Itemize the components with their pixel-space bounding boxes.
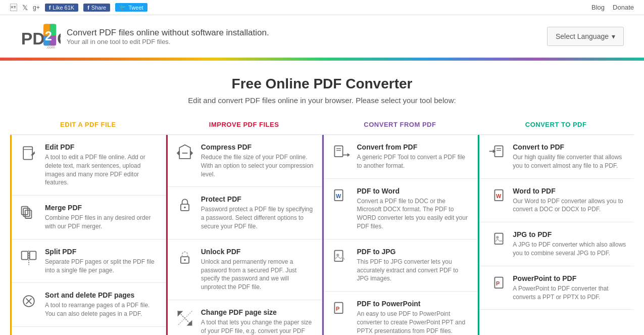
social-links:  𝕏 g+ f Like 61K f Share 🐦 Tweet bbox=[10, 3, 147, 12]
fb-share-label: Share bbox=[91, 5, 106, 11]
tool-desc: Separate PDF pages or split the PDF file… bbox=[45, 258, 159, 275]
tool-desc: This PDF to JPG converter lets you accur… bbox=[357, 258, 471, 283]
tool-icon-resize bbox=[175, 308, 195, 328]
tool-item-improve-1[interactable]: Protect PDFPassword protect a PDF file b… bbox=[168, 187, 322, 239]
tagline: Convert PDF files online without softwar… bbox=[67, 28, 269, 38]
logo-svg: PDF 2 GO .com bbox=[20, 21, 61, 52]
fb-share-icon: f bbox=[87, 5, 89, 11]
tool-name: Compress PDF bbox=[201, 143, 315, 151]
logo[interactable]: PDF 2 GO .com bbox=[20, 21, 61, 52]
tool-info: PDF to WordConvert a PDF file to DOC or … bbox=[357, 187, 471, 231]
tool-name: PDF to JPG bbox=[357, 248, 471, 256]
tool-item-to-3[interactable]: PPowerPoint to PDFA PowerPoint to PDF co… bbox=[479, 266, 634, 310]
tool-desc: Our Word to PDF converter allows you to … bbox=[513, 197, 627, 214]
tool-name: Protect PDF bbox=[201, 195, 315, 203]
tool-info: JPG to PDFA JPG to PDF converter which a… bbox=[513, 230, 627, 258]
tool-item-edit-0[interactable]: Edit PDFA tool to edit a PDF file online… bbox=[12, 135, 166, 196]
fb-like-label: Like 61K bbox=[53, 5, 74, 11]
tool-item-to-0[interactable]: Convert to PDFOur high quality file conv… bbox=[479, 135, 634, 179]
tool-name: Convert from PDF bbox=[357, 143, 471, 151]
page-title: Free Online PDF Converter bbox=[10, 76, 634, 92]
tool-item-edit-3[interactable]: Sort and delete PDF pagesA tool to rearr… bbox=[12, 283, 166, 327]
svg-rect-15 bbox=[22, 251, 28, 259]
tool-item-from-3[interactable]: PPDF to PowerPointAn easy to use PDF to … bbox=[324, 292, 478, 335]
tool-desc: Combine PDF files in any desired order w… bbox=[45, 214, 159, 231]
tw-icon: 🐦 bbox=[119, 4, 126, 11]
tool-info: PowerPoint to PDFA PowerPoint to PDF con… bbox=[513, 274, 627, 302]
cat-header-edit: EDIT A PDF FILE bbox=[10, 117, 166, 134]
svg-marker-24 bbox=[190, 151, 193, 156]
tool-desc: Convert a PDF file to DOC or the Microso… bbox=[357, 197, 471, 231]
tool-icon-pdf-word: W bbox=[331, 187, 351, 207]
tool-icon-unlock bbox=[175, 248, 195, 268]
tool-item-from-2[interactable]: PDF to JPGThis PDF to JPG converter lets… bbox=[324, 240, 478, 292]
tool-item-from-0[interactable]: Convert from PDFA generic PDF Tool to co… bbox=[324, 135, 478, 179]
chevron-down-icon: ▾ bbox=[612, 32, 615, 40]
svg-rect-43 bbox=[495, 146, 503, 157]
svg-point-50 bbox=[496, 236, 499, 238]
svg-marker-36 bbox=[347, 153, 350, 157]
tool-name: PDF to PowerPoint bbox=[357, 300, 471, 308]
tool-info: Edit PDFA tool to edit a PDF file online… bbox=[45, 143, 159, 187]
svg-rect-16 bbox=[30, 251, 36, 259]
page-subtitle: Edit and convert PDF files online in you… bbox=[10, 96, 634, 105]
tool-info: Convert to PDFOur high quality file conv… bbox=[513, 143, 627, 170]
twitter-link[interactable]: 𝕏 bbox=[22, 4, 28, 12]
svg-point-28 bbox=[184, 259, 186, 261]
tool-icon-protect bbox=[175, 195, 195, 215]
tool-info: Protect PDFPassword protect a PDF file b… bbox=[201, 195, 315, 230]
tool-name: JPG to PDF bbox=[513, 230, 627, 238]
tw-tweet-label: Tweet bbox=[128, 5, 143, 11]
blog-link[interactable]: Blog bbox=[591, 4, 605, 11]
logo-area: PDF 2 GO .com Convert PDF files online w… bbox=[20, 21, 269, 52]
svg-text:.com: .com bbox=[46, 45, 56, 50]
lang-label: Select Language bbox=[556, 32, 609, 40]
top-nav: Blog Donate bbox=[591, 4, 634, 11]
tool-desc: A tool to edit a PDF file online. Add or… bbox=[45, 153, 159, 187]
tool-desc: A tool to rearrange pages of a PDF file.… bbox=[45, 301, 159, 318]
svg-marker-23 bbox=[177, 151, 179, 156]
tool-icon-pdf-ppt: P bbox=[331, 300, 351, 320]
tool-icon-word-pdf: W bbox=[486, 187, 507, 207]
tool-info: Sort and delete PDF pagesA tool to rearr… bbox=[45, 291, 159, 318]
tool-icon-convert-from bbox=[331, 143, 351, 163]
tool-name: PowerPoint to PDF bbox=[513, 274, 627, 282]
tool-item-improve-0[interactable]: Compress PDFReduce the file size of your… bbox=[168, 135, 322, 187]
categories-row: EDIT A PDF FILE IMPROVE PDF FILES CONVER… bbox=[10, 117, 634, 134]
tool-info: Unlock PDFUnlock and permanently remove … bbox=[201, 248, 315, 292]
tool-item-to-2[interactable]: JPG to PDFA JPG to PDF converter which a… bbox=[479, 222, 634, 266]
tool-item-to-1[interactable]: WWord to PDFOur Word to PDF converter al… bbox=[479, 179, 634, 223]
facebook-icon[interactable]:  bbox=[10, 4, 17, 12]
fb-share-button[interactable]: f Share bbox=[83, 4, 110, 12]
tool-desc: Password protect a PDF file by specifyin… bbox=[201, 205, 315, 230]
tool-icon-merge bbox=[19, 204, 39, 224]
tool-info: Word to PDFOur Word to PDF converter all… bbox=[513, 187, 627, 214]
tool-item-from-1[interactable]: WPDF to WordConvert a PDF file to DOC or… bbox=[324, 179, 478, 240]
tool-name: Unlock PDF bbox=[201, 248, 315, 256]
tool-name: Change PDF page size bbox=[201, 308, 315, 316]
tool-icon-edit bbox=[19, 143, 39, 163]
cat-header-from: CONVERT FROM PDF bbox=[322, 117, 478, 134]
tool-item-edit-2[interactable]: Split PDFSeparate PDF pages or split the… bbox=[12, 240, 166, 283]
tool-info: Split PDFSeparate PDF pages or split the… bbox=[45, 248, 159, 275]
cat-header-improve: IMPROVE PDF FILES bbox=[166, 117, 322, 134]
fb-like-button[interactable]: f Like 61K bbox=[45, 4, 78, 12]
tool-item-improve-2[interactable]: Unlock PDFUnlock and permanently remove … bbox=[168, 240, 322, 300]
tool-name: PDF to Word bbox=[357, 187, 471, 195]
header: PDF 2 GO .com Convert PDF files online w… bbox=[0, 15, 644, 58]
tool-item-improve-3[interactable]: Change PDF page sizeA tool that lets you… bbox=[168, 300, 322, 335]
tool-icon-split bbox=[19, 248, 39, 268]
svg-rect-33 bbox=[334, 146, 342, 157]
tool-item-edit-1[interactable]: Merge PDFCombine PDF files in any desire… bbox=[12, 196, 166, 240]
svg-text:W: W bbox=[336, 193, 341, 199]
top-bar:  𝕏 g+ f Like 61K f Share 🐦 Tweet Blog D… bbox=[0, 0, 644, 15]
donate-link[interactable]: Donate bbox=[613, 4, 634, 11]
tool-info: PDF to PowerPointAn easy to use PDF to P… bbox=[357, 300, 471, 335]
language-select-button[interactable]: Select Language ▾ bbox=[547, 27, 624, 46]
tool-icon-pdf-jpg bbox=[331, 248, 351, 268]
tools-grid: Edit PDFA tool to edit a PDF file online… bbox=[10, 134, 634, 335]
svg-text:P: P bbox=[336, 306, 339, 312]
tw-tweet-button[interactable]: 🐦 Tweet bbox=[115, 3, 147, 12]
tool-desc: A JPG to PDF converter which also allows… bbox=[513, 241, 627, 258]
googleplus-link[interactable]: g+ bbox=[33, 4, 40, 11]
